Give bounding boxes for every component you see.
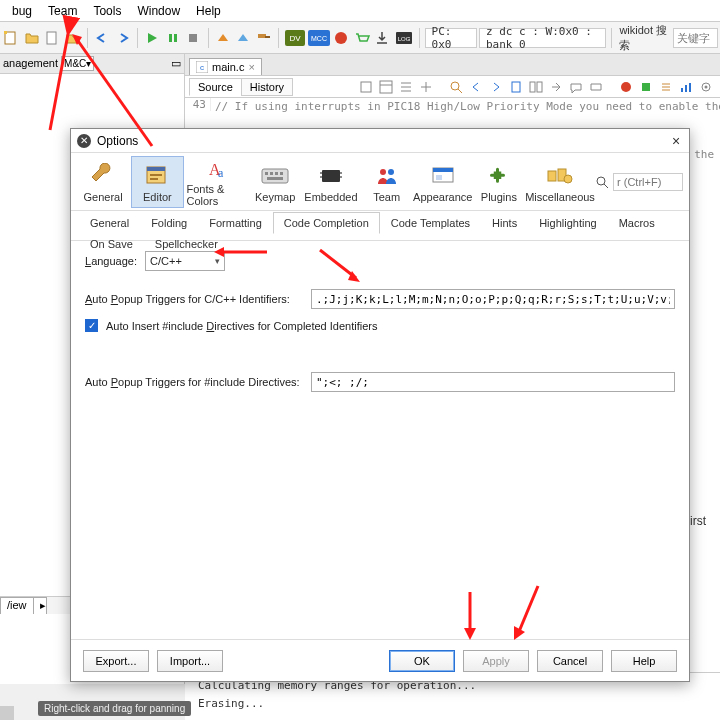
menu-help[interactable]: Help: [188, 2, 229, 20]
language-combo[interactable]: C/C++ ▾: [145, 251, 225, 271]
svg-rect-25: [681, 88, 683, 92]
subtab-macros[interactable]: Macros: [608, 212, 666, 233]
apply-button[interactable]: Apply: [463, 650, 529, 672]
ed-rec-icon[interactable]: [618, 79, 634, 95]
ed-icon-4[interactable]: [418, 79, 434, 95]
output-line2: Erasing...: [198, 695, 710, 713]
tb-redo-icon[interactable]: [114, 27, 133, 49]
editor-tab-main[interactable]: c main.c ×: [189, 58, 262, 75]
svg-rect-17: [361, 82, 371, 92]
ed-list-icon[interactable]: [658, 79, 674, 95]
subtab-general[interactable]: General: [79, 212, 140, 233]
cat-keymap[interactable]: Keymap: [249, 156, 301, 208]
cancel-button[interactable]: Cancel: [537, 650, 603, 672]
tb-clean-icon[interactable]: [234, 27, 253, 49]
include-triggers-input[interactable]: [311, 372, 675, 392]
auto-insert-checkbox[interactable]: ✓: [85, 319, 98, 332]
ed-icon-1[interactable]: [358, 79, 374, 95]
stray-text-first: irst: [690, 514, 706, 528]
ed-next-icon[interactable]: [488, 79, 504, 95]
tb-hammer-icon[interactable]: [255, 27, 274, 49]
svg-rect-39: [275, 172, 278, 175]
chip-icon: [316, 161, 346, 191]
ed-icon-2[interactable]: [378, 79, 394, 95]
triggers-input[interactable]: [311, 289, 675, 309]
tb-newfile-icon[interactable]: [43, 27, 62, 49]
menu-window[interactable]: Window: [129, 2, 188, 20]
subtab-formatting[interactable]: Formatting: [198, 212, 273, 233]
subtab-folding[interactable]: Folding: [140, 212, 198, 233]
close-tab-icon[interactable]: ×: [248, 61, 254, 73]
ed-uncomment-icon[interactable]: [588, 79, 604, 95]
source-subtab[interactable]: Source: [189, 78, 242, 96]
cat-appearance[interactable]: Appearance: [415, 156, 471, 208]
menu-tools[interactable]: Tools: [85, 2, 129, 20]
options-search-input[interactable]: [613, 173, 683, 191]
tb-cart-icon[interactable]: [353, 27, 372, 49]
tb-build-icon[interactable]: [214, 27, 233, 49]
tb-openfile-icon[interactable]: [64, 27, 83, 49]
dialog-titlebar: ✕ Options ×: [71, 129, 689, 153]
svg-rect-1: [4, 31, 7, 34]
code-line: // If using interrupts in PIC18 High/Low…: [185, 98, 720, 115]
view-tab-more[interactable]: ▸: [33, 597, 47, 614]
tb-mcc-icon[interactable]: MCC: [308, 27, 330, 49]
tb-new-icon[interactable]: [2, 27, 21, 49]
cat-team[interactable]: Team: [361, 156, 413, 208]
ed-square-icon[interactable]: [638, 79, 654, 95]
ok-button[interactable]: OK: [389, 650, 455, 672]
svg-rect-43: [320, 172, 322, 174]
menu-team[interactable]: Team: [40, 2, 85, 20]
cat-general[interactable]: General: [77, 156, 129, 208]
menu-debug[interactable]: bug: [4, 2, 40, 20]
tb-stop-icon[interactable]: [184, 27, 203, 49]
ed-gear-icon[interactable]: [698, 79, 714, 95]
tb-open-icon[interactable]: [23, 27, 42, 49]
tb-run-icon[interactable]: [143, 27, 162, 49]
subtab-code-templates[interactable]: Code Templates: [380, 212, 481, 233]
tb-search-input[interactable]: [673, 28, 718, 48]
svg-text:MCC: MCC: [311, 35, 327, 42]
cat-fonts[interactable]: Aa Fonts & Colors: [186, 156, 248, 208]
ed-comment-icon[interactable]: [568, 79, 584, 95]
options-dialog: ✕ Options × General Editor Aa Fonts & Co…: [70, 128, 690, 682]
view-tab[interactable]: /iew: [0, 597, 34, 614]
category-bar: General Editor Aa Fonts & Colors Keymap …: [71, 153, 689, 211]
svg-rect-40: [280, 172, 283, 175]
tb-dv-icon[interactable]: DV: [284, 27, 306, 49]
search-icon[interactable]: [595, 175, 609, 189]
subtab-hints[interactable]: Hints: [481, 212, 528, 233]
subtab-code-completion[interactable]: Code Completion: [273, 212, 380, 234]
panel-minimize-icon[interactable]: ▭: [171, 57, 181, 70]
svg-rect-33: [150, 178, 158, 180]
tb-log-icon[interactable]: LOG: [394, 27, 414, 49]
ed-diff-icon[interactable]: [528, 79, 544, 95]
tb-redball-icon[interactable]: [332, 27, 351, 49]
history-subtab[interactable]: History: [241, 78, 293, 96]
tb-undo-icon[interactable]: [93, 27, 112, 49]
ed-shift-icon[interactable]: [548, 79, 564, 95]
ed-chart-icon[interactable]: [678, 79, 694, 95]
tb-pause-icon[interactable]: [164, 27, 183, 49]
ed-find-icon[interactable]: [448, 79, 464, 95]
ed-bookmark-icon[interactable]: [508, 79, 524, 95]
svg-rect-41: [267, 177, 283, 180]
cat-misc[interactable]: Miscellaneous: [527, 156, 593, 208]
import-button[interactable]: Import...: [157, 650, 223, 672]
svg-text:a: a: [218, 166, 224, 180]
project-combo[interactable]: M&C ▾: [61, 56, 94, 71]
subtab-highlighting[interactable]: Highlighting: [528, 212, 607, 233]
cat-embedded[interactable]: Embedded: [303, 156, 358, 208]
tb-download-icon[interactable]: [373, 27, 392, 49]
svg-point-29: [705, 85, 708, 88]
cat-plugins[interactable]: Plugins: [473, 156, 525, 208]
ed-icon-3[interactable]: [398, 79, 414, 95]
misc-icon: [545, 161, 575, 191]
help-button[interactable]: Help: [611, 650, 677, 672]
export-button[interactable]: Export...: [83, 650, 149, 672]
dialog-close-icon[interactable]: ×: [669, 134, 683, 148]
dialog-icon: ✕: [77, 134, 91, 148]
cat-editor[interactable]: Editor: [131, 156, 183, 208]
svg-rect-46: [340, 176, 342, 178]
ed-prev-icon[interactable]: [468, 79, 484, 95]
